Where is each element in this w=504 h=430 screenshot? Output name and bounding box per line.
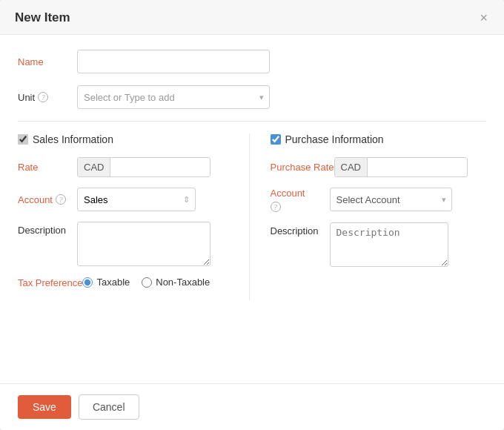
sales-section-header: Sales Information xyxy=(18,133,234,145)
close-button[interactable]: × xyxy=(478,11,489,24)
purchase-column: Purchase Information Purchase Rate CAD A… xyxy=(250,133,487,300)
sales-account-label: Account ? xyxy=(18,194,77,205)
account-help-icon[interactable]: ? xyxy=(56,194,66,205)
modal-body: Name Unit ? Select or Type to add ▾ xyxy=(0,35,504,383)
taxable-radio[interactable] xyxy=(82,277,93,288)
non-taxable-radio[interactable] xyxy=(142,277,152,288)
unit-select[interactable]: Select or Type to add xyxy=(77,85,270,109)
purchase-checkbox[interactable] xyxy=(271,134,281,145)
name-label: Name xyxy=(18,56,77,67)
sales-description-label: Description xyxy=(18,222,77,236)
new-item-modal: New Item × Name Unit ? Select or Type to… xyxy=(0,0,504,430)
sales-checkbox[interactable] xyxy=(18,134,28,145)
sales-rate-row: Rate CAD xyxy=(18,157,234,177)
two-col-layout: Sales Information Rate CAD Account ? xyxy=(18,133,486,300)
name-row: Name xyxy=(18,50,486,73)
taxable-radio-label[interactable]: Taxable xyxy=(82,277,130,288)
sales-section-label: Sales Information xyxy=(33,133,113,145)
tax-preference-label: Tax Preference xyxy=(18,277,82,290)
sales-rate-label: Rate xyxy=(18,162,77,173)
sales-description-textarea[interactable] xyxy=(77,222,210,266)
modal-title: New Item xyxy=(15,10,70,25)
purchase-account-row: Account ? Select Account ▾ xyxy=(271,188,487,212)
sales-account-select[interactable]: Sales xyxy=(77,188,196,211)
tax-radio-group: Taxable Non-Taxable xyxy=(82,277,210,288)
purchase-description-label: Description xyxy=(271,222,330,236)
purchase-description-row: Description xyxy=(271,222,487,267)
non-taxable-radio-label[interactable]: Non-Taxable xyxy=(142,277,210,288)
taxable-label: Taxable xyxy=(96,277,130,288)
unit-label: Unit ? xyxy=(18,92,77,103)
purchase-account-select-wrapper: Select Account ▾ xyxy=(330,188,452,211)
cancel-button[interactable]: Cancel xyxy=(79,394,139,420)
purchase-section-header: Purchase Information xyxy=(271,133,487,145)
sales-column: Sales Information Rate CAD Account ? xyxy=(18,133,250,300)
sales-rate-input-group: CAD xyxy=(77,157,210,177)
sales-rate-input[interactable] xyxy=(110,158,210,176)
purchase-description-textarea[interactable] xyxy=(330,222,448,267)
purchase-account-select[interactable]: Select Account xyxy=(330,188,452,211)
sales-account-row: Account ? Sales ⇕ xyxy=(18,188,234,211)
purchase-rate-input-group: CAD xyxy=(334,157,468,177)
non-taxable-label: Non-Taxable xyxy=(156,277,210,288)
unit-help-icon[interactable]: ? xyxy=(38,92,48,102)
save-button[interactable]: Save xyxy=(18,395,71,419)
sales-account-select-wrapper: Sales ⇕ xyxy=(77,188,196,211)
purchase-cad-prefix: CAD xyxy=(335,158,368,176)
purchase-section-label: Purchase Information xyxy=(285,133,384,145)
name-input[interactable] xyxy=(77,50,270,73)
tax-preference-row: Tax Preference Taxable Non-Taxable xyxy=(18,277,234,290)
unit-row: Unit ? Select or Type to add ▾ xyxy=(18,85,486,109)
modal-footer: Save Cancel xyxy=(0,383,504,430)
modal-header: New Item × xyxy=(0,0,504,35)
purchase-account-label: Account xyxy=(271,188,330,199)
section-divider xyxy=(18,121,486,122)
unit-select-wrapper: Select or Type to add ▾ xyxy=(77,85,270,109)
sales-cad-prefix: CAD xyxy=(78,158,110,176)
sales-description-row: Description xyxy=(18,222,234,266)
purchase-account-help-icon[interactable]: ? xyxy=(271,202,281,212)
purchase-rate-label: Purchase Rate xyxy=(271,162,334,173)
purchase-rate-input[interactable] xyxy=(368,158,468,176)
purchase-rate-row: Purchase Rate CAD xyxy=(271,157,487,177)
